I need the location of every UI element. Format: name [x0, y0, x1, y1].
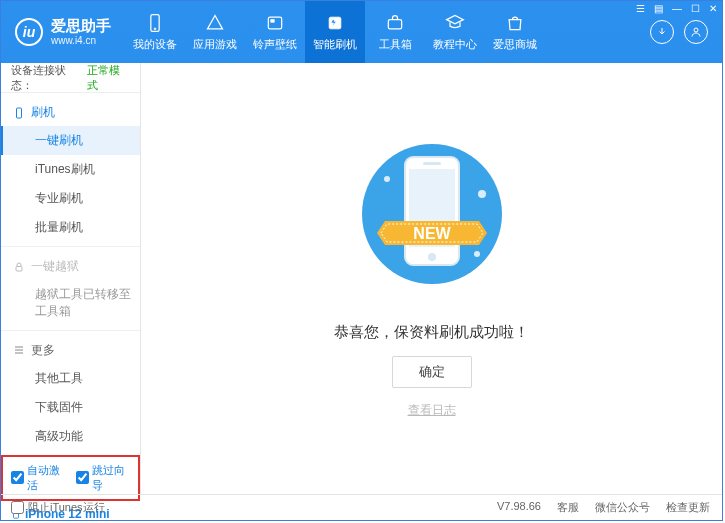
- logo-icon: iu: [15, 18, 43, 46]
- sidebar-head-label: 一键越狱: [31, 258, 79, 275]
- conn-value: 正常模式: [87, 63, 130, 93]
- nav-store[interactable]: 爱思商城: [485, 1, 545, 63]
- nav-toolbox[interactable]: 工具箱: [365, 1, 425, 63]
- sidebar-head-more[interactable]: 更多: [1, 337, 140, 364]
- sidebar-head-label: 更多: [31, 342, 55, 359]
- nav-label: 工具箱: [379, 37, 412, 52]
- nav-my-device[interactable]: 我的设备: [125, 1, 185, 63]
- out-icon[interactable]: ▤: [650, 2, 667, 15]
- svg-rect-2: [268, 17, 281, 29]
- nav-label: 爱思商城: [493, 37, 537, 52]
- conn-label: 设备连接状态：: [11, 63, 85, 93]
- sidebar-item-pro[interactable]: 专业刷机: [1, 184, 140, 213]
- menu-icon[interactable]: ☰: [632, 2, 649, 15]
- nav-label: 铃声壁纸: [253, 37, 297, 52]
- nav-label: 应用游戏: [193, 37, 237, 52]
- nav-flash[interactable]: 智能刷机: [305, 1, 365, 63]
- maximize-icon[interactable]: ☐: [687, 2, 704, 15]
- wechat-link[interactable]: 微信公众号: [595, 500, 650, 515]
- toolbox-icon: [385, 13, 405, 33]
- sidebar-item-other[interactable]: 其他工具: [1, 364, 140, 393]
- sidebar-item-firmware[interactable]: 下载固件: [1, 393, 140, 422]
- ok-button[interactable]: 确定: [392, 356, 472, 388]
- app-header: iu 爱思助手 www.i4.cn 我的设备 应用游戏 铃声壁纸 智能刷机 工具…: [1, 1, 722, 63]
- brand: iu 爱思助手 www.i4.cn: [1, 17, 125, 47]
- sidebar-head-jailbreak[interactable]: 一键越狱: [1, 253, 140, 280]
- svg-point-6: [694, 28, 698, 32]
- nav-ringtones[interactable]: 铃声壁纸: [245, 1, 305, 63]
- skip-guide-checkbox[interactable]: 跳过向导: [76, 463, 131, 493]
- sidebar-head-label: 刷机: [31, 104, 55, 121]
- support-link[interactable]: 客服: [557, 500, 579, 515]
- phone-icon: [13, 107, 25, 119]
- nav-tutorials[interactable]: 教程中心: [425, 1, 485, 63]
- download-circle-icon[interactable]: [650, 20, 674, 44]
- main-panel: NEW 恭喜您，保资料刷机成功啦！ 确定 查看日志: [141, 63, 722, 494]
- list-icon: [13, 344, 25, 356]
- checkbox-label: 阻止iTunes运行: [28, 500, 105, 515]
- svg-point-20: [474, 251, 480, 257]
- svg-point-1: [154, 28, 156, 30]
- lock-icon: [13, 261, 25, 273]
- top-nav: 我的设备 应用游戏 铃声壁纸 智能刷机 工具箱 教程中心 爱思商城: [125, 1, 636, 63]
- sidebar-item-oneclick[interactable]: 一键刷机: [1, 126, 140, 155]
- close-icon[interactable]: ✕: [705, 2, 721, 15]
- tutorial-icon: [445, 13, 465, 33]
- store-icon: [505, 13, 525, 33]
- checkbox-label: 跳过向导: [92, 463, 131, 493]
- check-update-link[interactable]: 检查更新: [666, 500, 710, 515]
- nav-apps[interactable]: 应用游戏: [185, 1, 245, 63]
- sidebar-item-batch[interactable]: 批量刷机: [1, 213, 140, 242]
- user-circle-icon[interactable]: [684, 20, 708, 44]
- sidebar-head-flash[interactable]: 刷机: [1, 99, 140, 126]
- svg-rect-14: [423, 162, 441, 165]
- app-url: www.i4.cn: [51, 35, 111, 47]
- success-message: 恭喜您，保资料刷机成功啦！: [334, 323, 529, 342]
- sidebar-item-advanced[interactable]: 高级功能: [1, 422, 140, 451]
- sidebar-item-jailbreak-note: 越狱工具已转移至 工具箱: [1, 280, 140, 326]
- svg-point-18: [384, 176, 390, 182]
- connection-status: 设备连接状态： 正常模式: [1, 63, 140, 93]
- app-title: 爱思助手: [51, 17, 111, 35]
- block-itunes-checkbox[interactable]: 阻止iTunes运行: [11, 500, 105, 515]
- wallpaper-icon: [265, 13, 285, 33]
- version-label: V7.98.66: [497, 500, 541, 515]
- svg-text:NEW: NEW: [413, 225, 451, 242]
- nav-label: 智能刷机: [313, 37, 357, 52]
- view-log-link[interactable]: 查看日志: [408, 402, 456, 419]
- svg-rect-5: [388, 19, 401, 28]
- auto-activate-checkbox[interactable]: 自动激活: [11, 463, 66, 493]
- svg-point-13: [428, 253, 436, 261]
- device-icon: [145, 13, 165, 33]
- svg-rect-8: [16, 266, 22, 271]
- flash-icon: [325, 13, 345, 33]
- sidebar-item-itunes[interactable]: iTunes刷机: [1, 155, 140, 184]
- apps-icon: [205, 13, 225, 33]
- svg-rect-3: [271, 19, 274, 22]
- sidebar: 设备连接状态： 正常模式 刷机 一键刷机 iTunes刷机 专业刷机 批量刷机 …: [1, 63, 141, 494]
- svg-rect-7: [17, 108, 22, 118]
- nav-label: 教程中心: [433, 37, 477, 52]
- checkbox-label: 自动激活: [27, 463, 66, 493]
- status-bar: 阻止iTunes运行 V7.98.66 客服 微信公众号 检查更新: [1, 494, 722, 520]
- nav-label: 我的设备: [133, 37, 177, 52]
- svg-point-19: [478, 190, 486, 198]
- minimize-icon[interactable]: —: [668, 2, 686, 15]
- success-illustration: NEW: [357, 139, 507, 309]
